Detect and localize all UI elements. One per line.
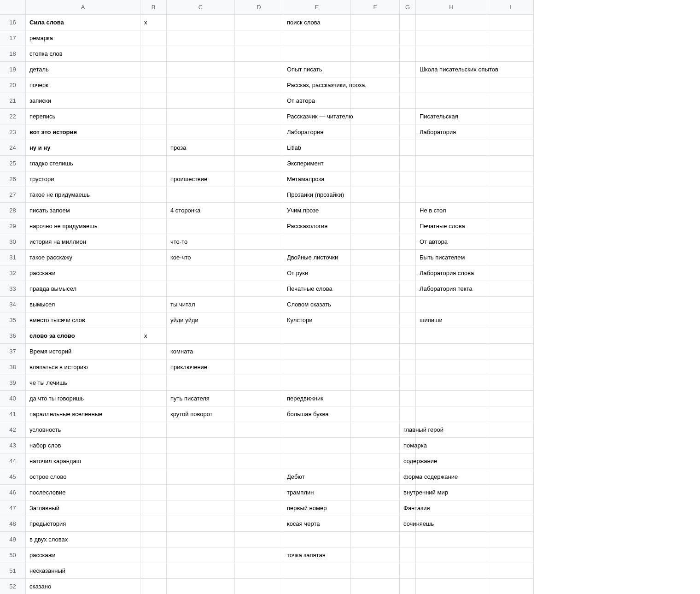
cell[interactable]: условность xyxy=(26,422,140,438)
cell[interactable] xyxy=(400,46,416,62)
cell[interactable]: что-то xyxy=(167,234,235,250)
cell[interactable] xyxy=(416,15,487,30)
cell[interactable] xyxy=(416,344,487,359)
cell[interactable] xyxy=(167,62,235,77)
cell[interactable]: вляпаться в историю xyxy=(26,359,140,375)
cell[interactable] xyxy=(351,485,400,500)
cell[interactable]: послесловие xyxy=(26,485,140,500)
cell[interactable] xyxy=(351,579,400,594)
row-header[interactable]: 47 xyxy=(0,500,26,516)
cell[interactable]: расскажи xyxy=(26,265,140,281)
cell[interactable] xyxy=(235,30,283,46)
cell[interactable] xyxy=(416,438,487,453)
cell[interactable]: вымысел xyxy=(26,297,140,312)
cell[interactable]: помарка xyxy=(400,438,416,453)
cell[interactable] xyxy=(167,422,235,438)
cell[interactable] xyxy=(351,359,400,375)
cell[interactable] xyxy=(400,140,416,156)
cell[interactable]: х xyxy=(140,15,167,30)
cell[interactable] xyxy=(416,516,487,532)
cell[interactable] xyxy=(487,547,534,563)
row-header[interactable]: 22 xyxy=(0,109,26,124)
cell[interactable] xyxy=(235,344,283,359)
cell[interactable]: форма содержание xyxy=(400,469,416,485)
cell[interactable] xyxy=(140,171,167,187)
row-header[interactable]: 35 xyxy=(0,312,26,328)
cell[interactable] xyxy=(487,109,534,124)
cell[interactable] xyxy=(487,30,534,46)
row-header[interactable]: 29 xyxy=(0,218,26,234)
row-header[interactable]: 25 xyxy=(0,156,26,171)
row-header[interactable]: 40 xyxy=(0,391,26,406)
cell[interactable] xyxy=(283,234,351,250)
cell[interactable] xyxy=(140,124,167,140)
column-header-F[interactable]: F xyxy=(351,0,400,15)
cell[interactable] xyxy=(140,218,167,234)
cell[interactable]: слово за слово xyxy=(26,328,140,344)
cell[interactable]: Метамапроза xyxy=(283,171,351,187)
cell[interactable]: острое слово xyxy=(26,469,140,485)
cell[interactable]: точка запятая xyxy=(283,547,351,563)
cell[interactable] xyxy=(416,171,487,187)
cell[interactable] xyxy=(235,375,283,391)
cell[interactable] xyxy=(351,563,400,579)
cell[interactable] xyxy=(140,140,167,156)
cell[interactable] xyxy=(167,375,235,391)
cell[interactable] xyxy=(140,30,167,46)
cell[interactable] xyxy=(487,218,534,234)
cell[interactable] xyxy=(235,187,283,203)
column-header-H[interactable]: H xyxy=(416,0,487,15)
cell[interactable] xyxy=(283,438,351,453)
row-header[interactable]: 33 xyxy=(0,281,26,297)
cell[interactable] xyxy=(351,469,400,485)
cell[interactable] xyxy=(235,15,283,30)
cell[interactable] xyxy=(283,344,351,359)
cell[interactable] xyxy=(167,485,235,500)
cell[interactable] xyxy=(140,422,167,438)
cell[interactable] xyxy=(487,140,534,156)
cell[interactable] xyxy=(400,391,416,406)
cell[interactable] xyxy=(351,109,400,124)
cell[interactable] xyxy=(235,281,283,297)
cell[interactable] xyxy=(235,516,283,532)
cell[interactable]: набор слов xyxy=(26,438,140,453)
cell[interactable]: нарочно не придумаешь xyxy=(26,218,140,234)
cell[interactable] xyxy=(140,312,167,328)
corner-cell[interactable] xyxy=(0,0,26,15)
cell[interactable] xyxy=(416,297,487,312)
cell[interactable] xyxy=(167,532,235,547)
cell[interactable] xyxy=(140,265,167,281)
cell[interactable] xyxy=(351,422,400,438)
cell[interactable] xyxy=(487,579,534,594)
cell[interactable] xyxy=(416,579,487,594)
cell[interactable] xyxy=(400,156,416,171)
cell[interactable] xyxy=(351,203,400,218)
cell[interactable] xyxy=(351,30,400,46)
cell[interactable] xyxy=(487,485,534,500)
cell[interactable] xyxy=(167,218,235,234)
cell[interactable]: Лаборатория слова xyxy=(416,265,487,281)
cell[interactable] xyxy=(140,187,167,203)
cell[interactable]: перепись xyxy=(26,109,140,124)
cell[interactable] xyxy=(235,171,283,187)
cell[interactable] xyxy=(416,140,487,156)
row-header[interactable]: 44 xyxy=(0,453,26,469)
cell[interactable]: че ты лечишь xyxy=(26,375,140,391)
cell[interactable]: такое расскажу xyxy=(26,250,140,265)
row-header[interactable]: 46 xyxy=(0,485,26,500)
cell[interactable] xyxy=(487,563,534,579)
cell[interactable] xyxy=(167,453,235,469)
cell[interactable]: Кулстори xyxy=(283,312,351,328)
cell[interactable] xyxy=(416,391,487,406)
cell[interactable] xyxy=(140,359,167,375)
cell[interactable] xyxy=(487,406,534,422)
cell[interactable] xyxy=(235,156,283,171)
cell[interactable] xyxy=(351,140,400,156)
cell[interactable]: расскажи xyxy=(26,547,140,563)
cell[interactable]: передвижник xyxy=(283,391,351,406)
cell[interactable] xyxy=(416,30,487,46)
cell[interactable] xyxy=(351,406,400,422)
cell[interactable] xyxy=(416,328,487,344)
cell[interactable] xyxy=(140,532,167,547)
cell[interactable] xyxy=(140,93,167,109)
